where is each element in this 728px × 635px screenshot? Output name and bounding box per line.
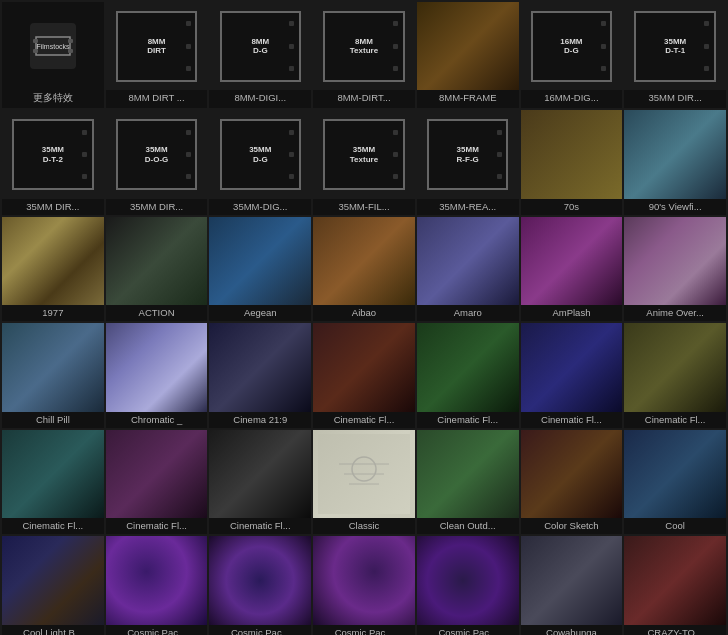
- item-label-classic: Classic: [313, 518, 415, 534]
- item-label-cool: Cool: [624, 518, 726, 534]
- item-label-chromatic: Chromatic _: [106, 412, 208, 428]
- item-label-35mm-fil: 35MM-FIL...: [313, 199, 415, 215]
- grid-item-1977[interactable]: 1977: [2, 217, 104, 321]
- item-label-cosmic2: Cosmic Pac...: [209, 625, 311, 635]
- item-label-35mm-dir3: 35MM DIR...: [106, 199, 208, 215]
- grid-item-aegean[interactable]: Aegean: [209, 217, 311, 321]
- item-label-cinfl4: Cinematic Fl...: [624, 412, 726, 428]
- item-label-amplash: AmPlash: [521, 305, 623, 321]
- grid-item-35mm-fil[interactable]: 35MMTexture35MM-FIL...: [313, 110, 415, 214]
- effects-grid: Filmstocks 更多特效8MMDIRT8MM DIRT ...8MMD-G…: [0, 0, 728, 635]
- grid-item-cinfl5[interactable]: Cinematic Fl...: [2, 430, 104, 534]
- grid-item-8mm-digi[interactable]: 8MMD-G8MM-DIGI...: [209, 2, 311, 108]
- grid-item-cool[interactable]: Cool: [624, 430, 726, 534]
- item-label-cinema: Cinema 21:9: [209, 412, 311, 428]
- item-label-90s: 90's Viewfi...: [624, 199, 726, 215]
- grid-item-filmstocks[interactable]: Filmstocks 更多特效: [2, 2, 104, 108]
- item-label-cinfl5: Cinematic Fl...: [2, 518, 104, 534]
- item-label-crazy: CRAZY-TO...: [624, 625, 726, 635]
- item-label-8mm-dirt2: 8MM-DIRT...: [313, 90, 415, 106]
- grid-item-crazy[interactable]: CRAZY-TO...: [624, 536, 726, 635]
- item-label-16mm-digi: 16MM-DIG...: [521, 90, 623, 106]
- item-label-clean: Clean Outd...: [417, 518, 519, 534]
- grid-item-35mm-dir3[interactable]: 35MMD-O-G35MM DIR...: [106, 110, 208, 214]
- item-label-cinfl1: Cinematic Fl...: [313, 412, 415, 428]
- item-label-cinfl2: Cinematic Fl...: [417, 412, 519, 428]
- grid-item-cinfl4[interactable]: Cinematic Fl...: [624, 323, 726, 427]
- grid-item-16mm-digi[interactable]: 16MMD-G16MM-DIG...: [521, 2, 623, 108]
- item-label-anime: Anime Over...: [624, 305, 726, 321]
- grid-item-chill[interactable]: Chill Pill: [2, 323, 104, 427]
- item-label-aegean: Aegean: [209, 305, 311, 321]
- item-label-cinfl6: Cinematic Fl...: [106, 518, 208, 534]
- grid-item-cinfl3[interactable]: Cinematic Fl...: [521, 323, 623, 427]
- item-label-action: ACTION: [106, 305, 208, 321]
- grid-item-cosmic2[interactable]: Cosmic Pac...: [209, 536, 311, 635]
- grid-item-cosmic3[interactable]: Cosmic Pac...: [313, 536, 415, 635]
- grid-item-70s[interactable]: 70s: [521, 110, 623, 214]
- grid-item-cosmic1[interactable]: Cosmic Pac...: [106, 536, 208, 635]
- item-label-aibao: Aibao: [313, 305, 415, 321]
- grid-item-cinfl2[interactable]: Cinematic Fl...: [417, 323, 519, 427]
- item-label-70s: 70s: [521, 199, 623, 215]
- grid-item-35mm-dig[interactable]: 35MMD-G35MM-DIG...: [209, 110, 311, 214]
- item-label-cosmic3: Cosmic Pac...: [313, 625, 415, 635]
- grid-item-amaro[interactable]: Amaro: [417, 217, 519, 321]
- grid-item-cinfl6[interactable]: Cinematic Fl...: [106, 430, 208, 534]
- item-label-1977: 1977: [2, 305, 104, 321]
- grid-item-8mm-frame[interactable]: 8MM-FRAME: [417, 2, 519, 108]
- item-label-colorsketch: Color Sketch: [521, 518, 623, 534]
- item-label-8mm-frame: 8MM-FRAME: [417, 90, 519, 106]
- grid-item-cinema[interactable]: Cinema 21:9: [209, 323, 311, 427]
- item-label-cosmic1: Cosmic Pac...: [106, 625, 208, 635]
- grid-item-35mm-rea[interactable]: 35MMR-F-G35MM-REA...: [417, 110, 519, 214]
- grid-item-cinfl7[interactable]: Cinematic Fl...: [209, 430, 311, 534]
- grid-item-cinfl1[interactable]: Cinematic Fl...: [313, 323, 415, 427]
- item-label-chill: Chill Pill: [2, 412, 104, 428]
- grid-item-aibao[interactable]: Aibao: [313, 217, 415, 321]
- item-label-cinfl7: Cinematic Fl...: [209, 518, 311, 534]
- grid-item-amplash[interactable]: AmPlash: [521, 217, 623, 321]
- grid-item-cowabunga[interactable]: Cowabunga: [521, 536, 623, 635]
- grid-item-8mm-dirt2[interactable]: 8MMTexture8MM-DIRT...: [313, 2, 415, 108]
- item-label-35mm-dig: 35MM-DIG...: [209, 199, 311, 215]
- item-label-8mm-digi: 8MM-DIGI...: [209, 90, 311, 106]
- grid-item-action[interactable]: ACTION: [106, 217, 208, 321]
- grid-item-colorsketch[interactable]: Color Sketch: [521, 430, 623, 534]
- grid-item-35mm-dir2[interactable]: 35MMD-T-235MM DIR...: [2, 110, 104, 214]
- item-label-amaro: Amaro: [417, 305, 519, 321]
- item-label-filmstocks: 更多特效: [2, 90, 104, 108]
- grid-item-classic[interactable]: Classic: [313, 430, 415, 534]
- item-label-35mm-rea: 35MM-REA...: [417, 199, 519, 215]
- grid-item-cosmic4[interactable]: Cosmic Pac...: [417, 536, 519, 635]
- grid-item-8mm-dirt1[interactable]: 8MMDIRT8MM DIRT ...: [106, 2, 208, 108]
- item-label-8mm-dirt1: 8MM DIRT ...: [106, 90, 208, 106]
- item-label-35mm-dir1: 35MM DIR...: [624, 90, 726, 106]
- svg-point-10: [352, 457, 376, 481]
- item-label-35mm-dir2: 35MM DIR...: [2, 199, 104, 215]
- grid-item-chromatic[interactable]: Chromatic _: [106, 323, 208, 427]
- grid-item-coollight[interactable]: Cool Light B...: [2, 536, 104, 635]
- item-label-cinfl3: Cinematic Fl...: [521, 412, 623, 428]
- grid-item-35mm-dir1[interactable]: 35MMD-T-135MM DIR...: [624, 2, 726, 108]
- svg-text:Filmstocks: Filmstocks: [36, 43, 70, 50]
- item-label-coollight: Cool Light B...: [2, 625, 104, 635]
- grid-item-90s[interactable]: 90's Viewfi...: [624, 110, 726, 214]
- item-label-cowabunga: Cowabunga: [521, 625, 623, 635]
- item-label-cosmic4: Cosmic Pac...: [417, 625, 519, 635]
- grid-item-clean[interactable]: Clean Outd...: [417, 430, 519, 534]
- grid-item-anime[interactable]: Anime Over...: [624, 217, 726, 321]
